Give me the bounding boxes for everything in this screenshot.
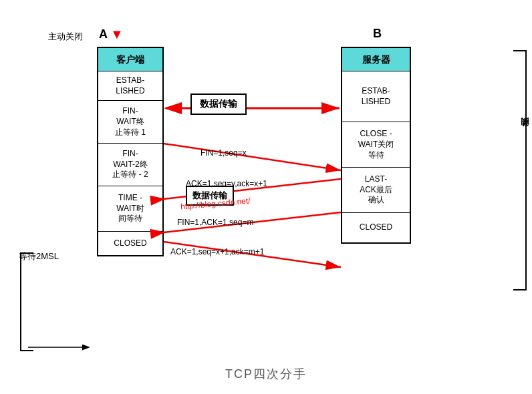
diagram-container: 主动关闭 A ▼ B 客户端 ESTAB-LISHED FIN-WAIT终止等待… (0, 0, 532, 394)
svg-line-3 (164, 144, 341, 170)
label-wait2msl: 等待2MSL (19, 250, 59, 262)
arrow-label-ack2: ACK=1,seq=x+1,ack=m+1 (170, 247, 264, 256)
wait2msl-bracket (20, 252, 33, 351)
client-state-closed: CLOSED (98, 232, 162, 256)
arrows-overlay (0, 0, 532, 394)
wait2msl-arrow (21, 341, 102, 354)
label-a: A (99, 27, 108, 41)
data-transfer-box: 数据传输 (190, 93, 247, 115)
label-active-close: 主动关闭 (48, 31, 83, 43)
server-state-closewait: CLOSE -WAIT关闭等待 (342, 122, 410, 168)
server-state-lastack: LAST-ACK最后确认 (342, 168, 410, 213)
client-state-finwait2: FIN-WAIT-2终止等待 - 2 (98, 144, 162, 186)
client-state-timewait: TIME -WAIT时间等待 (98, 186, 162, 232)
server-column: 服务器 ESTAB-LISHED CLOSE -WAIT关闭等待 LAST-AC… (341, 47, 411, 244)
passive-close-bracket (513, 50, 527, 290)
diagram-title: TCP四次分手 (225, 366, 307, 382)
label-b: B (373, 27, 382, 40)
client-state-finwait1: FIN-WAIT终止等待 1 (98, 101, 162, 144)
arrow-label-fin1: FIN=1,seq=x (201, 148, 247, 158)
client-state-established: ESTAB-LISHED (98, 71, 162, 101)
arrow-label-fin2: FIN=1,ACK=1,seq=m (177, 218, 253, 227)
server-state-established: ESTAB-LISHED (342, 71, 410, 122)
client-header: 客户端 (98, 48, 162, 71)
client-column: 客户端 ESTAB-LISHED FIN-WAIT终止等待 1 FIN-WAIT… (97, 47, 164, 256)
server-header: 服务器 (342, 48, 410, 71)
server-state-closed: CLOSED (342, 213, 410, 242)
